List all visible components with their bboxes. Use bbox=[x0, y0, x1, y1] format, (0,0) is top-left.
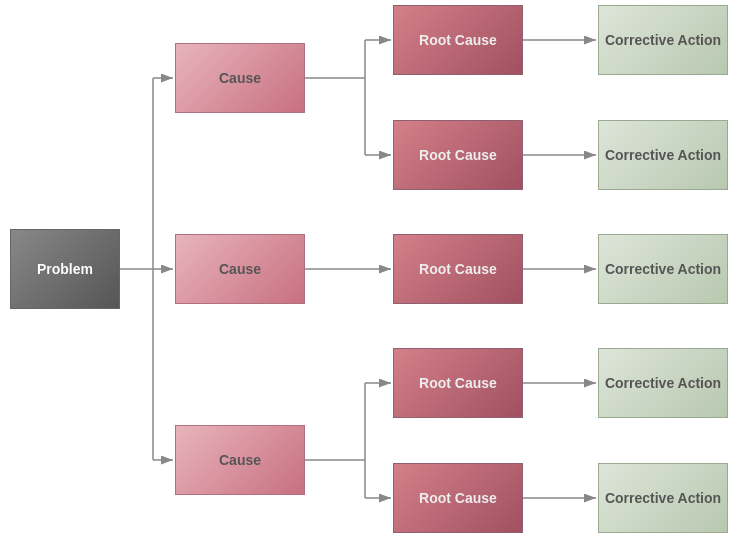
corrective-action-label-3: Corrective Action bbox=[605, 261, 721, 277]
root-cause-node-2: Root Cause bbox=[393, 120, 523, 190]
problem-node: Problem bbox=[10, 229, 120, 309]
root-cause-node-4: Root Cause bbox=[393, 348, 523, 418]
root-cause-node-1: Root Cause bbox=[393, 5, 523, 75]
cause-label-1: Cause bbox=[219, 70, 261, 86]
corrective-action-label-5: Corrective Action bbox=[605, 490, 721, 506]
diagram: Problem Cause Cause Cause Root Cause Roo… bbox=[0, 0, 740, 538]
corrective-action-node-5: Corrective Action bbox=[598, 463, 728, 533]
root-cause-node-3: Root Cause bbox=[393, 234, 523, 304]
cause-node-2: Cause bbox=[175, 234, 305, 304]
root-cause-label-4: Root Cause bbox=[419, 375, 497, 391]
corrective-action-node-3: Corrective Action bbox=[598, 234, 728, 304]
corrective-action-label-2: Corrective Action bbox=[605, 147, 721, 163]
cause-label-3: Cause bbox=[219, 452, 261, 468]
corrective-action-node-1: Corrective Action bbox=[598, 5, 728, 75]
root-cause-label-3: Root Cause bbox=[419, 261, 497, 277]
root-cause-label-2: Root Cause bbox=[419, 147, 497, 163]
corrective-action-label-4: Corrective Action bbox=[605, 375, 721, 391]
root-cause-label-5: Root Cause bbox=[419, 490, 497, 506]
corrective-action-label-1: Corrective Action bbox=[605, 32, 721, 48]
root-cause-node-5: Root Cause bbox=[393, 463, 523, 533]
cause-node-3: Cause bbox=[175, 425, 305, 495]
corrective-action-node-4: Corrective Action bbox=[598, 348, 728, 418]
corrective-action-node-2: Corrective Action bbox=[598, 120, 728, 190]
cause-node-1: Cause bbox=[175, 43, 305, 113]
root-cause-label-1: Root Cause bbox=[419, 32, 497, 48]
cause-label-2: Cause bbox=[219, 261, 261, 277]
problem-label: Problem bbox=[37, 261, 93, 277]
